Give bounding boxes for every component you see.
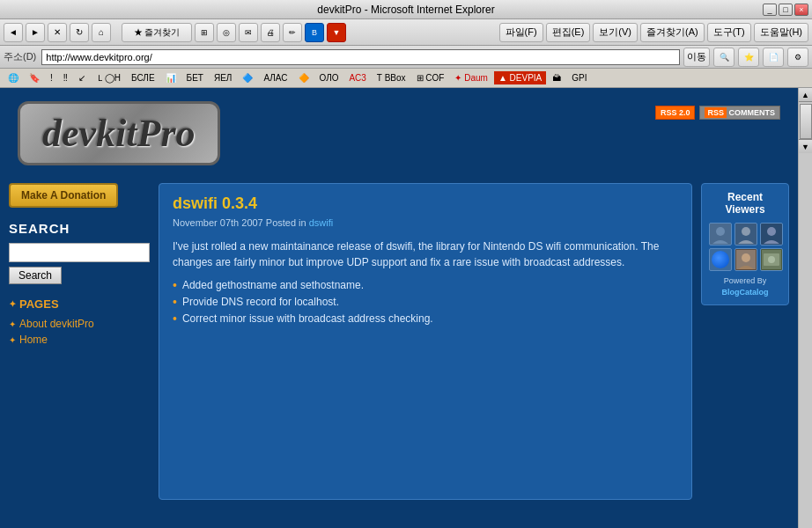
toolbar-text-gpi[interactable]: GPI <box>567 71 591 84</box>
close-button[interactable]: × <box>794 4 808 16</box>
rss-badges: RSS 2.0 RSS COMMENTS <box>655 106 780 120</box>
powered-by-label: Powered By <box>724 276 767 285</box>
stop-button[interactable]: ✕ <box>48 23 67 42</box>
toolbar-text-5[interactable]: АЛАС <box>259 71 292 84</box>
toolbar-icon-1[interactable]: 🌐 <box>4 71 23 84</box>
toolbar-icon-gpi[interactable]: 🏔 <box>548 71 565 84</box>
browser-scrollbar[interactable]: ▲ ▼ <box>798 88 812 528</box>
window-title: devkitPro - Microsoft Internet Explorer <box>317 4 494 16</box>
list-item: • Provide DNS record for localhost. <box>173 296 678 309</box>
refresh-button[interactable]: ↻ <box>70 23 89 42</box>
avatar-5[interactable] <box>734 248 757 271</box>
nav-btn-2[interactable]: ⭐ <box>738 48 759 67</box>
print-button[interactable]: 🖨 <box>261 23 280 42</box>
avatar-2[interactable] <box>734 223 757 246</box>
minimize-button[interactable]: _ <box>763 4 777 16</box>
powered-by: Powered By BlogCatalog <box>709 275 781 297</box>
search-button[interactable]: Search <box>9 267 62 284</box>
toolbar-text-ac3[interactable]: АС3 <box>345 71 371 84</box>
toolbar-icon-3[interactable]: ! <box>46 71 57 84</box>
nav-btn-3[interactable]: 📄 <box>763 48 784 67</box>
rss-label: RSS <box>705 107 727 118</box>
scroll-track <box>799 104 812 139</box>
sidebar-link-about[interactable]: ✦ About devkitPro <box>9 318 150 330</box>
forward-button[interactable]: ► <box>26 23 45 42</box>
go-button[interactable]: 이동 <box>683 48 710 67</box>
post-area: dswifi 0.3.4 November 07th 2007 Posted i… <box>159 183 692 500</box>
toolbar-text-2[interactable]: БСЛЕ <box>127 71 159 84</box>
site-header: devkitPro RSS 2.0 RSS COMMENTS <box>0 88 798 174</box>
list-bullet-3: • <box>173 312 177 326</box>
extra-button[interactable]: ▼ <box>327 23 346 42</box>
title-bar: devkitPro - Microsoft Internet Explorer … <box>0 0 812 19</box>
edit-button[interactable]: ✏ <box>283 23 302 42</box>
about-label: About devkitPro <box>19 318 94 330</box>
pages-label: PAGES <box>19 297 59 311</box>
svg-point-7 <box>768 256 775 263</box>
post-list: • Added gethostname and sethostname. • P… <box>173 279 678 326</box>
mail-button[interactable]: ✉ <box>239 23 258 42</box>
toolbar-text-daum[interactable]: ✦ Daum <box>450 71 491 84</box>
toolbar-text-devpia[interactable]: ▲ DEVPIA <box>494 71 546 84</box>
search-inline-button[interactable]: 🔍 <box>713 48 734 67</box>
toolbar-icon-8[interactable]: 🔶 <box>294 71 314 84</box>
edit-menu[interactable]: 편집(E) <box>546 23 591 42</box>
toolbar-text-4[interactable]: ЯЕЛ <box>210 71 236 84</box>
toolbar-text-6[interactable]: ОЛО <box>315 71 343 84</box>
globe-icon <box>712 251 729 268</box>
favorites-menu[interactable]: 즐겨찾기(A) <box>640 23 705 42</box>
toolbar-text-1[interactable]: Ｌ◯Н <box>92 70 125 86</box>
avatar-1[interactable] <box>709 223 732 246</box>
toolbar-text-cof[interactable]: ⊞ COF <box>412 71 449 84</box>
back-button[interactable]: ◄ <box>4 23 23 42</box>
search-input[interactable] <box>9 243 150 262</box>
list-bullet-2: • <box>173 295 177 309</box>
person-icon-2 <box>736 224 756 244</box>
scroll-down-button[interactable]: ▼ <box>799 139 812 153</box>
svg-point-1 <box>742 227 750 236</box>
sidebar: Make A Donation SEARCH Search ✦ PAGES ✦ … <box>9 183 150 500</box>
pages-bullet: ✦ <box>9 299 16 309</box>
sidebar-link-home[interactable]: ✦ Home <box>9 334 150 346</box>
scroll-up-button[interactable]: ▲ <box>799 88 812 102</box>
list-item: • Correct minor issue with broadcast add… <box>173 312 678 326</box>
toolbar-text-bbox[interactable]: Т BBox <box>373 71 410 84</box>
rss-comments-badge[interactable]: RSS COMMENTS <box>699 106 780 120</box>
media-button[interactable]: ⊞ <box>195 23 214 42</box>
toolbar-icon-4[interactable]: ‼ <box>59 71 72 84</box>
toolbar-icon-7[interactable]: 🔷 <box>238 71 257 84</box>
favorites-button[interactable]: ★ 즐겨찾기 <box>122 23 192 42</box>
toolbar-text-3[interactable]: БЕТ <box>182 71 208 84</box>
toolbar-icon-6[interactable]: 📊 <box>161 71 181 84</box>
toolbar-icon-2[interactable]: 🔖 <box>25 71 44 84</box>
post-body: I've just rolled a new maintainance rele… <box>173 238 678 270</box>
rss-20-badge[interactable]: RSS 2.0 <box>655 106 696 120</box>
address-input[interactable] <box>41 49 680 65</box>
help-menu[interactable]: 도움말(H) <box>754 23 808 42</box>
tools-menu[interactable]: 도구(T) <box>707 23 751 42</box>
maximize-button[interactable]: □ <box>779 4 793 16</box>
list-item: • Added gethostname and sethostname. <box>173 279 678 292</box>
file-menu[interactable]: 파일(F) <box>499 23 543 42</box>
blogcatalog-label[interactable]: BlogCatalog <box>722 288 769 297</box>
comments-label: COMMENTS <box>729 108 776 117</box>
home-bullet: ✦ <box>9 335 16 345</box>
list-item-3: Correct minor issue with broadcast addre… <box>182 312 433 325</box>
list-item-2: Provide DNS record for localhost. <box>182 296 339 308</box>
bt-button[interactable]: B <box>305 23 324 42</box>
avatar-4[interactable] <box>709 248 732 271</box>
avatar-3[interactable] <box>760 223 783 246</box>
post-category-link[interactable]: dswifi <box>309 217 334 228</box>
post-title: dswifi 0.3.4 <box>173 194 678 213</box>
home-button[interactable]: ⌂ <box>92 23 111 42</box>
address-bar: 주소(D) 이동 🔍 ⭐ 📄 ⚙ <box>0 46 812 69</box>
donate-button[interactable]: Make A Donation <box>9 183 118 208</box>
toolbar-icon-5[interactable]: ↙ <box>74 71 90 84</box>
right-panel: Recent Viewers <box>701 183 789 500</box>
history-button[interactable]: ◎ <box>217 23 236 42</box>
avatar-6[interactable] <box>760 248 783 271</box>
scroll-thumb[interactable] <box>800 104 812 139</box>
nav-btn-4[interactable]: ⚙ <box>787 48 808 67</box>
view-menu[interactable]: 보기(V) <box>593 23 638 42</box>
logo-area: devkitPro <box>18 101 220 165</box>
